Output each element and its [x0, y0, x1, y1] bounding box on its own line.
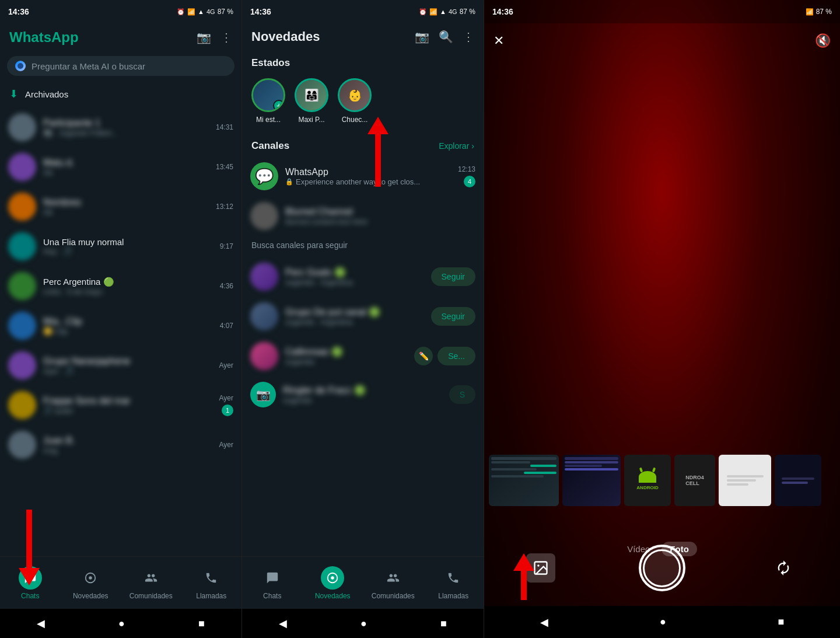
screenshot-thumb-white[interactable]	[719, 455, 771, 506]
panel-whatsapp-chats: 14:36 ⏰ 📶 ▲ 4G 87 % WhatsApp 📷 ⋮ Pregunt…	[0, 0, 242, 638]
chat-meta: 4:36	[220, 282, 233, 290]
nav-llamadas-p2[interactable]: Llamadas	[424, 566, 484, 600]
camera-close-btn[interactable]: ✕	[494, 33, 504, 48]
chat-item[interactable]: Participante 1 📷 · Jugando Fútbol... 14:…	[0, 107, 242, 147]
wifi-icon: ▲	[198, 8, 204, 15]
archived-row[interactable]: ⬇ Archivados	[0, 81, 242, 107]
home-btn-p1[interactable]: ●	[118, 618, 125, 630]
channel-name-whatsapp: WhatsApp	[285, 167, 451, 177]
camera-sys-nav: ◀ ● ■	[484, 606, 840, 638]
chevron-right-icon: ›	[471, 141, 474, 151]
chat-time: Ayer	[219, 441, 233, 449]
meta-ai-icon	[15, 61, 26, 71]
chat-meta: 13:45	[216, 163, 233, 171]
chat-item[interactable]: Frappe Sons del mar 🎵 audio Ayer 1	[0, 385, 242, 425]
status-bar-p2: 14:36 ⏰ 📶 ▲ 4G 87 %	[242, 0, 484, 23]
seguir-btn-1[interactable]: Seguir	[431, 267, 475, 286]
back-btn-p1[interactable]: ◀	[37, 617, 45, 630]
suggestion-avatar-2	[250, 302, 278, 330]
unread-badge-whatsapp: 4	[464, 176, 475, 187]
chat-preview: Ok	[43, 208, 209, 217]
nav-comunidades-p1[interactable]: Comunidades	[121, 566, 181, 600]
status-icons-p3: 📶 87 %	[806, 8, 832, 16]
channel-preview-text: Experience another way to get clos...	[296, 177, 420, 186]
camera-icon-p1[interactable]: 📷	[197, 30, 211, 44]
chat-item[interactable]: Grupo Naranjaphene Ayer · 🎵 Ayer	[0, 346, 242, 385]
avatar	[8, 351, 36, 379]
chat-info: Juan B. msg	[43, 435, 212, 455]
chat-time: 9:17	[220, 242, 233, 250]
my-story-item[interactable]: + Mi est...	[251, 78, 285, 124]
blurred-channel-preview: blurred content text here	[285, 217, 475, 226]
nav-chats-p2[interactable]: Chats	[242, 566, 303, 600]
channel-item-blurred[interactable]: Blurred Channel blurred content text her…	[242, 196, 484, 236]
chat-meta: 14:31	[216, 123, 233, 131]
home-btn-p2[interactable]: ●	[360, 618, 367, 630]
chat-name: Participante 1	[43, 118, 209, 128]
camera-shutter-btn[interactable]	[639, 545, 685, 591]
chat-time: 13:12	[216, 203, 233, 211]
nav-novedades-p2[interactable]: Novedades	[303, 566, 363, 600]
gallery-btn[interactable]	[526, 553, 555, 583]
screenshot-thumb-ndro4[interactable]: NDRO4CELL	[674, 455, 715, 506]
chat-name: Mia...Clip	[43, 316, 213, 327]
seguir-btn-4[interactable]: S	[449, 385, 475, 404]
camera-icon-p2[interactable]: 📷	[415, 30, 429, 44]
chat-preview: 📷 · Jugando Fútbol...	[43, 128, 209, 137]
chat-time: Ayer	[219, 394, 233, 402]
nav-novedades-p1[interactable]: Novedades	[61, 566, 121, 600]
chat-item[interactable]: Una Flia muy normal Hoy · 🎵 9:17	[0, 226, 242, 266]
nav-chats-p1[interactable]: Chats	[0, 566, 61, 600]
camera-mute-btn[interactable]: 🔇	[815, 33, 831, 48]
chat-item[interactable]: Matu d. Ok 13:45	[0, 147, 242, 187]
camera-home-btn[interactable]: ●	[660, 616, 666, 628]
channel-item-whatsapp[interactable]: 💬 WhatsApp 🔒 Experience another way to g…	[242, 156, 484, 196]
chat-item[interactable]: Nombres Ok 13:12	[0, 187, 242, 226]
story-item-maxi[interactable]: 👨‍👩‍👧 Maxi P...	[295, 78, 328, 124]
suggestion-item-3[interactable]: Callinnsao 🟢 sugerido ✏️ Se...	[242, 336, 484, 376]
chat-preview: msg	[43, 446, 212, 455]
seguir-btn-3[interactable]: Se...	[438, 347, 475, 365]
recent-btn-p1[interactable]: ■	[198, 618, 205, 630]
camera-back-btn[interactable]: ◀	[540, 616, 548, 629]
channel-time-whatsapp: 12:13	[458, 165, 475, 173]
story-item-chuec[interactable]: 👶 Chuec...	[338, 78, 372, 124]
sys-nav-p2: ◀ ● ■	[242, 609, 484, 638]
nav-llamadas-p1[interactable]: Llamadas	[181, 566, 242, 600]
back-btn-p2[interactable]: ◀	[279, 617, 287, 630]
suggestion-item-2[interactable]: Grupo De put canal 🟢 sugerido · Argentin…	[242, 297, 484, 336]
recent-btn-p2[interactable]: ■	[440, 618, 447, 630]
story-label-3: Chuec...	[342, 116, 368, 124]
more-menu-icon-p2[interactable]: ⋮	[463, 30, 474, 44]
camera-recent-btn[interactable]: ■	[778, 616, 784, 628]
edit-icon-btn[interactable]: ✏️	[414, 347, 433, 365]
suggestion-avatar-3	[250, 342, 278, 370]
camera-shutter-inner	[643, 549, 681, 587]
camera-flip-btn[interactable]	[769, 553, 798, 583]
maxi-story-avatar: 👨‍👩‍👧	[295, 78, 328, 112]
suggestion-item-1[interactable]: Perc Goals 🟢 sugerido · Argentina Seguir	[242, 257, 484, 297]
chat-item[interactable]: Mia...Clip 😊 Clip 4:07	[0, 306, 242, 346]
chat-item[interactable]: Perc Argentina 🟢 Links · 6 de mayo 4:36	[0, 266, 242, 306]
screenshot-thumb-android[interactable]: ANDROID	[624, 455, 671, 506]
seguir-btn-2[interactable]: Seguir	[431, 307, 475, 326]
more-menu-icon-p1[interactable]: ⋮	[220, 30, 232, 44]
signal-icon-p2: 📶	[429, 8, 438, 16]
screenshot-thumb-2[interactable]	[562, 455, 621, 506]
screenshot-thumb-1[interactable]	[489, 455, 559, 506]
bottom-nav-p1: Chats Novedades Comunidades Llamadas	[0, 556, 242, 609]
novedades-header: Novedades 📷 🔍 ⋮	[242, 23, 484, 50]
screenshot-thumb-dark2[interactable]	[775, 455, 821, 506]
suggestion-item-4[interactable]: 📷 Ringler de Fracc 🟢 sugerido S	[242, 376, 484, 413]
chat-time: Ayer	[219, 361, 233, 369]
nav-comunidades-p2[interactable]: Comunidades	[363, 566, 424, 600]
chat-info: Participante 1 📷 · Jugando Fútbol...	[43, 118, 209, 137]
chat-preview: Links · 6 de mayo	[43, 287, 213, 296]
unread-badge: 1	[222, 405, 233, 416]
llamadas-label-p2: Llamadas	[438, 592, 468, 600]
chat-item[interactable]: Juan B. msg Ayer	[0, 425, 242, 465]
chat-time: 14:31	[216, 123, 233, 131]
search-icon-p2[interactable]: 🔍	[439, 30, 453, 44]
explorar-btn[interactable]: Explorar ›	[439, 141, 474, 151]
search-bar-p1[interactable]: Preguntar a Meta AI o buscar	[7, 56, 235, 76]
